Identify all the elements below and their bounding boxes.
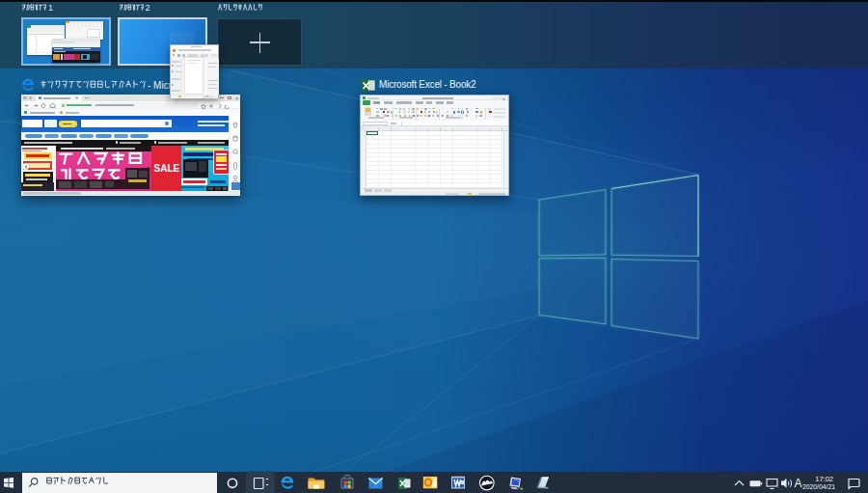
svg-text:17:02: 17:02	[815, 475, 833, 483]
svg-text:2020/04/21: 2020/04/21	[802, 483, 835, 490]
svg-text:A: A	[795, 477, 802, 490]
